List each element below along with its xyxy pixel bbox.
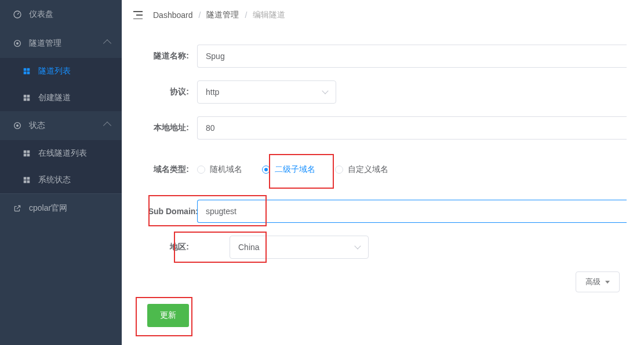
grid-icon (22, 149, 31, 158)
breadcrumb-separator: / (199, 10, 201, 20)
svg-rect-3 (24, 68, 27, 71)
form-row-domain-type: 域名类型: 随机域名 二级子域名 自定义域名 (139, 152, 627, 187)
radio-label: 二级子域名 (275, 164, 315, 175)
sidebar-item-label: 创建隧道 (38, 93, 110, 103)
button-label: 更新 (160, 310, 176, 320)
svg-point-12 (17, 125, 19, 127)
caret-down-icon (605, 281, 610, 284)
sidebar-item-online-tunnels[interactable]: 在线隧道列表 (0, 140, 122, 167)
radio-custom-domain[interactable]: 自定义域名 (335, 164, 388, 175)
input-value: spugtest (206, 207, 237, 216)
svg-rect-15 (24, 154, 27, 157)
tunnel-name-input[interactable]: Spug (197, 45, 627, 68)
form-row-subdomain: Sub Domain: spugtest (139, 200, 627, 223)
circle-target-icon (13, 121, 22, 130)
field-label: Sub Domain: (139, 207, 206, 216)
svg-rect-18 (27, 177, 30, 180)
svg-rect-9 (24, 98, 27, 101)
sidebar-item-label: cpolar官网 (29, 203, 110, 214)
breadcrumb-item[interactable]: 隧道管理 (206, 10, 239, 20)
sidebar-item-label: 状态 (29, 120, 104, 131)
radio-label: 随机域名 (210, 164, 242, 175)
svg-rect-16 (27, 154, 30, 157)
radio-subdomain[interactable]: 二级子域名 (262, 164, 315, 175)
button-label: 高级 (585, 277, 601, 287)
local-address-input[interactable]: 80 (197, 116, 627, 140)
grid-icon (22, 175, 31, 185)
input-value: Spug (206, 52, 225, 61)
form-row-name: 隧道名称: Spug (139, 45, 627, 68)
svg-rect-10 (27, 98, 30, 101)
sidebar-item-status[interactable]: 状态 (0, 111, 122, 140)
sidebar-item-label: 隧道管理 (29, 38, 104, 49)
grid-icon (22, 67, 31, 76)
menu-toggle-icon[interactable] (133, 11, 143, 19)
field-label: 协议: (139, 87, 197, 97)
sidebar-item-label: 隧道列表 (38, 66, 110, 76)
field-label: 隧道名称: (139, 51, 197, 61)
gauge-icon (13, 10, 22, 19)
topbar: Dashboard / 隧道管理 / 编辑隧道 (122, 0, 644, 30)
svg-rect-14 (27, 151, 30, 153)
svg-rect-8 (27, 95, 30, 98)
sidebar-item-cpolar-site[interactable]: cpolar官网 (0, 194, 122, 223)
field-label: 地区: (139, 242, 197, 252)
form-row-protocol: 协议: http (139, 80, 627, 104)
sidebar-item-label: 在线隧道列表 (38, 148, 110, 159)
form: 隧道名称: Spug 协议: http 本地地址: 80 域名类型: 随机 (122, 30, 644, 327)
field-label: 本地地址: (139, 123, 197, 133)
chevron-up-icon (103, 122, 111, 130)
sidebar: 仪表盘 隧道管理 隧道列表 创建隧道 状态 在线隧道列表 (0, 0, 122, 345)
svg-rect-6 (27, 72, 30, 75)
main: Dashboard / 隧道管理 / 编辑隧道 隧道名称: Spug 协议: h… (122, 0, 644, 345)
chevron-down-icon (354, 243, 361, 249)
advanced-row: 高级 (139, 271, 627, 292)
svg-rect-7 (24, 95, 27, 98)
field-label: 域名类型: (139, 164, 197, 175)
subdomain-input[interactable]: spugtest (197, 200, 627, 223)
breadcrumb-item[interactable]: Dashboard (153, 10, 193, 20)
svg-rect-19 (24, 181, 27, 183)
svg-point-2 (17, 43, 19, 45)
svg-rect-13 (24, 151, 27, 153)
radio-dot (197, 166, 205, 174)
svg-rect-4 (27, 68, 30, 71)
sidebar-item-label: 仪表盘 (29, 9, 110, 20)
protocol-select[interactable]: http (197, 80, 336, 104)
region-select[interactable]: China (230, 236, 369, 259)
svg-rect-5 (24, 72, 27, 75)
chevron-down-icon (322, 87, 328, 94)
sidebar-item-system-status[interactable]: 系统状态 (0, 167, 122, 193)
breadcrumb-separator: / (245, 10, 247, 20)
input-value: 80 (206, 123, 215, 133)
sidebar-item-tunnel-management[interactable]: 隧道管理 (0, 29, 122, 58)
radio-label: 自定义域名 (348, 164, 388, 175)
select-value: China (238, 243, 260, 252)
sidebar-item-dashboard[interactable]: 仪表盘 (0, 0, 122, 29)
grid-icon (22, 93, 31, 102)
sidebar-item-tunnel-list[interactable]: 隧道列表 (0, 58, 122, 85)
sidebar-item-create-tunnel[interactable]: 创建隧道 (0, 85, 122, 111)
domain-type-radios: 随机域名 二级子域名 自定义域名 (197, 164, 388, 175)
chevron-up-icon (103, 39, 111, 47)
form-row-region: 地区: China (139, 236, 627, 259)
advanced-button[interactable]: 高级 (576, 271, 620, 292)
svg-rect-17 (24, 177, 27, 180)
form-row-local-addr: 本地地址: 80 (139, 116, 627, 140)
select-value: http (206, 87, 219, 97)
radio-dot (262, 166, 270, 174)
sidebar-item-label: 系统状态 (38, 175, 110, 185)
external-link-icon (13, 204, 22, 213)
breadcrumb-current: 编辑隧道 (253, 10, 285, 20)
svg-rect-20 (27, 181, 30, 183)
radio-dot (335, 166, 343, 174)
submit-row: 更新 (139, 304, 627, 327)
breadcrumb: Dashboard / 隧道管理 / 编辑隧道 (153, 10, 285, 20)
circle-target-icon (13, 39, 22, 48)
radio-random-domain[interactable]: 随机域名 (197, 164, 242, 175)
submit-button[interactable]: 更新 (147, 304, 189, 327)
